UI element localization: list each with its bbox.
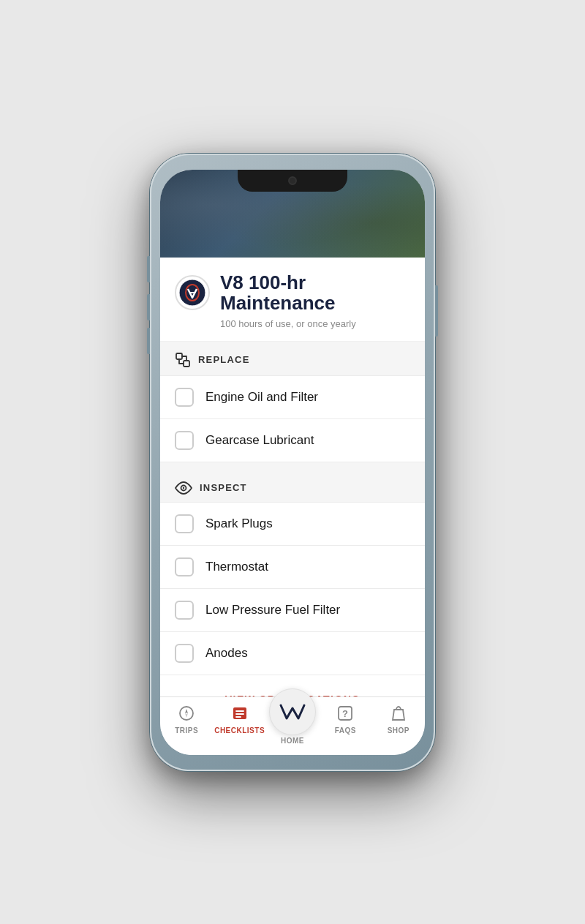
nav-label-checklists: CHECKLISTS <box>214 726 265 735</box>
phone-frame: V8 100-hr Maintenance 100 hours of use, … <box>150 154 435 771</box>
nav-item-checklists[interactable]: CHECKLISTS <box>213 703 265 735</box>
nav-label-faqs: FAQS <box>335 726 356 735</box>
svg-point-4 <box>183 487 184 488</box>
list-item[interactable]: Engine Oil and Filter <box>160 375 425 419</box>
list-icon <box>230 703 250 724</box>
nav-label-trips: TRIPS <box>175 726 198 735</box>
item-label: Thermostat <box>205 560 268 574</box>
checkbox-anodes[interactable] <box>175 644 194 663</box>
svg-rect-1 <box>176 353 182 359</box>
phone-wrapper: V8 100-hr Maintenance 100 hours of use, … <box>139 148 446 777</box>
nav-item-trips[interactable]: TRIPS <box>160 703 213 735</box>
item-label: Gearcase Lubricant <box>205 433 314 448</box>
bag-icon <box>388 703 409 724</box>
inspect-icon <box>175 481 192 495</box>
checkbox-oil[interactable] <box>175 388 194 407</box>
nav-item-faqs[interactable]: ? FAQS <box>319 703 371 735</box>
list-item[interactable]: Spark Plugs <box>160 502 425 546</box>
svg-point-5 <box>180 707 193 720</box>
compass-icon <box>176 703 197 724</box>
list-item[interactable]: Anodes <box>160 632 425 675</box>
item-label: Engine Oil and Filter <box>205 390 318 405</box>
bottom-nav: TRIPS CHECKLISTS <box>160 696 425 755</box>
brand-logo-svg <box>178 279 206 307</box>
replace-section-header: REPLACE <box>160 342 425 375</box>
svg-rect-2 <box>184 361 189 367</box>
checkbox-fuel-filter[interactable] <box>175 601 194 620</box>
item-label: Low Pressure Fuel Filter <box>205 603 340 617</box>
phone-screen: V8 100-hr Maintenance 100 hours of use, … <box>160 170 425 755</box>
list-item[interactable]: Low Pressure Fuel Filter <box>160 589 425 632</box>
list-item[interactable]: Thermostat <box>160 546 425 589</box>
notch <box>238 170 347 192</box>
home-circle <box>269 688 316 735</box>
brand-logo <box>175 275 210 310</box>
item-label: Anodes <box>205 646 248 661</box>
home-logo-icon <box>278 701 307 723</box>
nav-item-home[interactable]: HOME <box>266 688 319 745</box>
nav-item-shop[interactable]: SHOP <box>372 703 425 735</box>
replace-title: REPLACE <box>198 354 250 365</box>
section-gap <box>160 462 425 471</box>
checkbox-thermostat[interactable] <box>175 557 194 576</box>
page-title: V8 100-hr Maintenance <box>220 272 356 314</box>
inspect-title: INSPECT <box>200 482 247 493</box>
inspect-section-header: INSPECT <box>160 471 425 502</box>
list-item[interactable]: Gearcase Lubricant <box>160 419 425 462</box>
checkbox-plugs[interactable] <box>175 514 194 533</box>
svg-marker-6 <box>185 709 188 713</box>
replace-items: Engine Oil and Filter Gearcase Lubricant <box>160 375 425 462</box>
replace-icon <box>175 352 191 368</box>
replace-section: REPLACE Engine Oil and Filter Gearcase L… <box>160 342 425 462</box>
content-area: V8 100-hr Maintenance 100 hours of use, … <box>160 258 425 696</box>
item-label: Spark Plugs <box>205 517 273 531</box>
app-header: V8 100-hr Maintenance 100 hours of use, … <box>160 258 425 342</box>
page-subtitle: 100 hours of use, or once yearly <box>220 318 356 329</box>
checkbox-lubricant[interactable] <box>175 431 194 450</box>
app-title: V8 100-hr Maintenance 100 hours of use, … <box>220 272 356 329</box>
inspect-section: INSPECT Spark Plugs Thermostat <box>160 471 425 675</box>
camera <box>288 176 297 185</box>
svg-text:?: ? <box>342 708 348 719</box>
nav-label-home: HOME <box>281 737 304 745</box>
svg-marker-7 <box>185 713 188 718</box>
help-icon: ? <box>335 703 355 724</box>
inspect-items: Spark Plugs Thermostat Low Pressure Fuel… <box>160 502 425 675</box>
nav-label-shop: SHOP <box>388 726 410 735</box>
